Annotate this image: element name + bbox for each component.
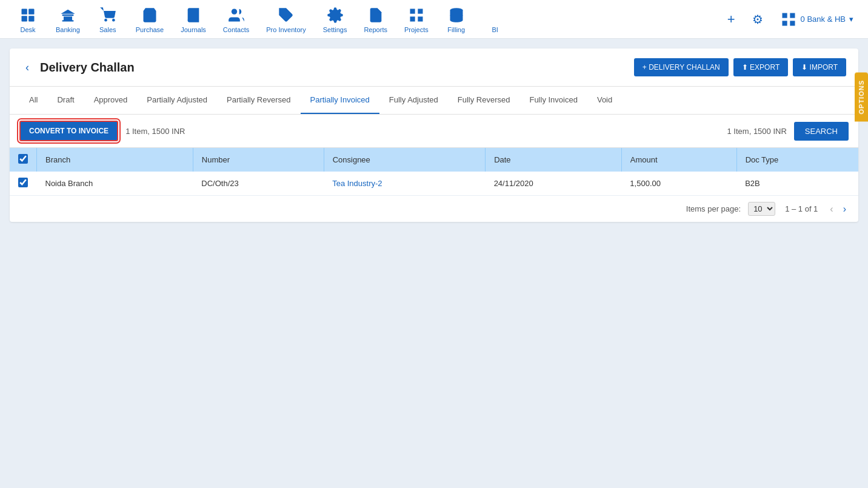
add-button[interactable]: + <box>723 9 740 30</box>
toolbar-left: CONVERT TO INVOICE 1 Item, 1500 INR <box>19 121 185 141</box>
nav-right: + ⚙ 0 Bank & HB ▾ <box>723 8 858 30</box>
svg-rect-14 <box>418 16 422 21</box>
toolbar-right: 1 Item, 1500 INR SEARCH <box>727 122 849 141</box>
items-per-page-label: Items per page: <box>686 204 741 213</box>
nav-banking[interactable]: Banking <box>48 1 87 38</box>
svg-rect-23 <box>790 21 795 25</box>
pagination-prev-button[interactable]: ‹ <box>827 202 835 216</box>
cell-branch: Noida Branch <box>37 172 193 196</box>
nav-journals-label: Journals <box>181 26 206 33</box>
nav-journals[interactable]: Journals <box>173 1 213 38</box>
svg-rect-15 <box>410 16 415 21</box>
org-name: 0 Bank & HB <box>801 15 846 24</box>
tab-void[interactable]: Void <box>587 87 622 114</box>
svg-point-7 <box>231 8 236 14</box>
tab-all[interactable]: All <box>19 87 47 114</box>
consignee-link[interactable]: Tea Industry-2 <box>332 179 382 188</box>
nav-filling[interactable]: Filling <box>438 1 475 38</box>
items-per-page-select[interactable]: 10 25 50 <box>748 202 775 216</box>
cell-amount: 1,500.00 <box>621 172 736 196</box>
nav-projects[interactable]: Projects <box>397 1 436 38</box>
svg-rect-12 <box>410 8 415 13</box>
back-button[interactable]: ‹ <box>22 60 33 75</box>
nav-settings[interactable]: Settings <box>316 1 355 38</box>
main-content: ‹ Delivery Challan + DELIVERY CHALLAN ⬆ … <box>0 39 868 232</box>
cell-consignee[interactable]: Tea Industry-2 <box>324 172 485 196</box>
nav-pro-inventory-label: Pro Inventory <box>266 26 305 33</box>
convert-to-invoice-button[interactable]: CONVERT TO INVOICE <box>19 121 118 141</box>
table-container: Branch Number Consignee Date Amount Doc … <box>10 148 858 196</box>
result-info: 1 Item, 1500 INR <box>727 127 787 136</box>
tab-approved[interactable]: Approved <box>84 87 138 114</box>
options-tab[interactable]: OPTIONS <box>855 73 868 122</box>
col-date: Date <box>486 148 622 172</box>
nav-projects-label: Projects <box>404 26 429 33</box>
nav-purchase[interactable]: Purchase <box>129 1 171 38</box>
banking-icon <box>58 5 78 25</box>
tabs-bar: All Draft Approved Partially Adjusted Pa… <box>10 87 858 115</box>
row-checkbox-cell[interactable] <box>10 172 37 196</box>
row-checkbox[interactable] <box>18 178 28 187</box>
card-header: ‹ Delivery Challan + DELIVERY CHALLAN ⬆ … <box>10 48 858 87</box>
pagination-next-button[interactable]: › <box>841 202 849 216</box>
nav-purchase-label: Purchase <box>136 26 164 33</box>
nav-reports[interactable]: Reports <box>356 1 395 38</box>
svg-rect-0 <box>22 8 27 14</box>
delivery-challan-button[interactable]: + DELIVERY CHALLAN <box>634 58 729 76</box>
org-icon <box>780 11 797 28</box>
top-navigation: Desk Banking Sales Purchase Journals <box>0 0 868 39</box>
svg-point-4 <box>104 18 107 21</box>
tab-partially-adjusted[interactable]: Partially Adjusted <box>137 87 217 114</box>
gear-button[interactable]: ⚙ <box>747 10 768 29</box>
tab-fully-adjusted[interactable]: Fully Adjusted <box>379 87 448 114</box>
delivery-challan-card: ‹ Delivery Challan + DELIVERY CHALLAN ⬆ … <box>10 48 858 222</box>
nav-settings-label: Settings <box>323 26 347 33</box>
header-actions: + DELIVERY CHALLAN ⬆ EXPORT ⬇ IMPORT <box>634 58 846 76</box>
cell-number: DC/Oth/23 <box>193 172 324 196</box>
tab-fully-reversed[interactable]: Fully Reversed <box>448 87 520 114</box>
table-row: Noida Branch DC/Oth/23 Tea Industry-2 24… <box>10 172 858 196</box>
nav-filling-label: Filling <box>447 26 465 33</box>
svg-rect-3 <box>28 16 34 21</box>
toolbar: CONVERT TO INVOICE 1 Item, 1500 INR 1 It… <box>10 115 858 148</box>
challan-table: Branch Number Consignee Date Amount Doc … <box>10 148 858 196</box>
export-button[interactable]: ⬆ EXPORT <box>733 58 788 76</box>
tab-partially-invoiced[interactable]: Partially Invoiced <box>301 87 379 114</box>
col-amount: Amount <box>621 148 736 172</box>
select-all-header[interactable] <box>10 148 37 172</box>
page-title: Delivery Challan <box>40 61 135 75</box>
nav-pro-inventory[interactable]: Pro Inventory <box>259 1 313 38</box>
svg-rect-1 <box>28 8 34 14</box>
bi-icon <box>486 5 505 25</box>
svg-point-5 <box>112 18 115 21</box>
card-title-area: ‹ Delivery Challan <box>22 60 135 75</box>
cell-date: 24/11/2020 <box>486 172 622 196</box>
svg-rect-21 <box>790 13 795 18</box>
import-button[interactable]: ⬇ IMPORT <box>793 58 846 76</box>
cell-doc-type: B2B <box>736 172 858 196</box>
nav-desk-label: Desk <box>20 26 35 33</box>
nav-items: Desk Banking Sales Purchase Journals <box>10 1 513 38</box>
nav-bi[interactable]: BI <box>477 1 513 38</box>
svg-rect-20 <box>782 13 787 18</box>
nav-reports-label: Reports <box>364 26 387 33</box>
nav-contacts-label: Contacts <box>223 26 249 33</box>
tab-partially-reversed[interactable]: Partially Reversed <box>217 87 301 114</box>
tab-fully-invoiced[interactable]: Fully Invoiced <box>519 87 587 114</box>
search-button[interactable]: SEARCH <box>794 122 849 141</box>
tab-draft[interactable]: Draft <box>47 87 84 114</box>
svg-rect-2 <box>22 16 27 21</box>
nav-desk[interactable]: Desk <box>10 1 46 38</box>
nav-sales[interactable]: Sales <box>90 1 126 38</box>
desk-icon <box>18 5 38 25</box>
nav-bi-label: BI <box>492 26 498 33</box>
settings-icon <box>326 5 345 25</box>
journals-icon <box>184 5 203 25</box>
nav-contacts[interactable]: Contacts <box>216 1 256 38</box>
svg-rect-22 <box>782 21 787 25</box>
org-selector[interactable]: 0 Bank & HB ▾ <box>775 8 858 30</box>
col-number: Number <box>193 148 324 172</box>
pagination: Items per page: 10 25 50 1 – 1 of 1 ‹ › <box>10 196 858 222</box>
col-consignee: Consignee <box>324 148 485 172</box>
select-all-checkbox[interactable] <box>18 154 28 164</box>
